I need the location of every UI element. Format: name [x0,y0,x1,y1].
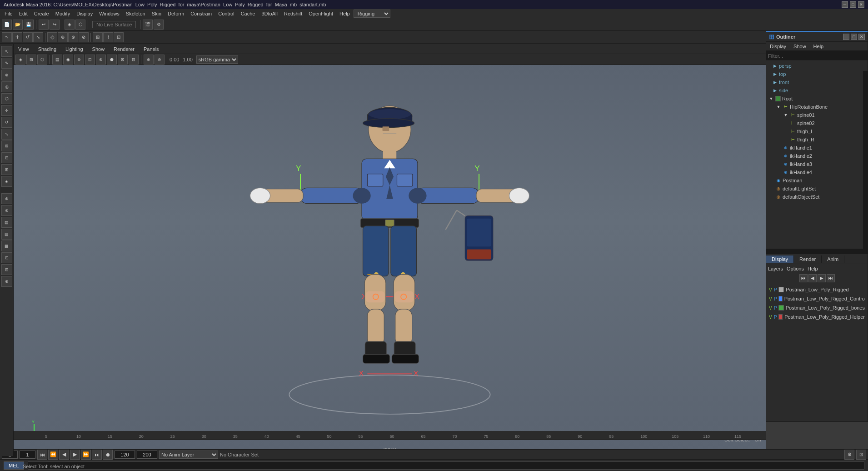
frame-start-input[interactable] [20,451,35,459]
left-tool3[interactable]: ⊕ [1,70,12,80]
vp-btn-4[interactable]: ▤ [52,55,62,65]
outliner-item-spine01[interactable]: ▼ ⊢ spine01 [766,111,868,119]
menu-item-cache[interactable]: Cache [238,10,258,17]
rotate-tool[interactable]: ↺ [23,32,33,42]
viewport[interactable]: View Shading Lighting Show Renderer Pane… [14,44,766,456]
vp-btn-7[interactable]: ⊡ [85,55,95,65]
left-tool11[interactable]: ⊞ [1,164,12,175]
step-back[interactable]: ⏪ [48,450,58,460]
tool5[interactable]: ⊕ [58,32,68,42]
out-menu-show[interactable]: Show [790,43,810,50]
vp-menu-renderer[interactable]: Renderer [109,45,139,53]
layer2-v[interactable]: V [769,296,772,301]
menu-item-skeleton[interactable]: Skeleton [123,10,148,17]
render-btn[interactable]: 🎬 [143,20,153,30]
vp-menu-shading[interactable]: Shading [34,45,61,53]
scale-tool[interactable]: ⤡ [33,32,43,42]
vp-btn-11[interactable]: ⊟ [129,55,139,65]
menu-item-windows[interactable]: Windows [96,10,122,17]
snap-grid[interactable]: ⊞ [93,32,103,42]
left-tool13[interactable]: ⊕ [1,193,12,204]
outliner-item-ikhandle4[interactable]: ⊕ ikHandle4 [766,168,868,176]
anim-layer-select[interactable]: No Anim Layer [159,451,218,459]
vp-btn-2[interactable]: ⊞ [26,55,36,65]
menu-item-modify[interactable]: Modify [53,10,73,17]
left-tool19[interactable]: ⊟ [1,264,12,275]
tool7[interactable]: ⊘ [79,32,89,42]
menu-item-openflight[interactable]: OpenFlight [306,10,336,17]
vp-btn-13[interactable]: ⊘ [155,55,165,65]
step-fwd[interactable]: ⏩ [81,450,91,460]
move-tool[interactable]: ✛ [12,32,22,42]
left-tool8[interactable]: ⤡ [1,129,12,140]
close-btn[interactable]: ✕ [858,1,864,8]
left-tool4[interactable]: ◎ [1,81,12,92]
left-tool12[interactable]: ◈ [1,176,12,187]
soft-mod[interactable]: ◎ [47,32,57,42]
mini-play-prev[interactable]: ⏮ [799,274,808,282]
layer-row-4[interactable]: V P Postman_Low_Poly_Rigged_Helper [768,312,866,321]
toolbar-btn-undo[interactable]: ↩ [39,20,49,30]
vp-btn-10[interactable]: ⊠ [118,55,128,65]
left-tool7[interactable]: ↺ [1,117,12,128]
play-to-start[interactable]: ⏮ [37,450,47,460]
mel-tab[interactable]: MEL [4,461,24,470]
props-menu-options[interactable]: Options [787,266,804,271]
layer-row-1[interactable]: V P Postman_Low_Poly_Rigged [768,285,866,294]
vp-btn-8[interactable]: ⊗ [96,55,106,65]
record-btn[interactable]: ⏺ [103,450,113,460]
timeline-area[interactable]: 5101520253035404550556065707580859095100… [14,431,766,440]
layer4-v[interactable]: V [769,315,772,320]
mini-play-fwd[interactable]: ▶ [818,274,826,282]
menu-item-redshift[interactable]: Redshift [281,10,305,17]
out-menu-help[interactable]: Help [810,43,828,50]
menu-item-constrain[interactable]: Constrain [188,10,215,17]
left-tool14[interactable]: ⊗ [1,205,12,216]
outliner-min-btn[interactable]: ─ [843,34,849,40]
settings-btn1[interactable]: ⚙ [844,450,854,460]
vp-btn-6[interactable]: ⊕ [74,55,84,65]
mini-play-next[interactable]: ⏭ [827,274,835,282]
outliner-item-ikhandle1[interactable]: ⊕ ikHandle1 [766,144,868,152]
menu-item-file[interactable]: File [2,10,15,17]
menu-item-3dtoall[interactable]: 3DtoAll [259,10,280,17]
vp-menu-lighting[interactable]: Lighting [61,45,88,53]
props-tab-render[interactable]: Render [794,256,822,263]
layer1-v[interactable]: V [769,287,772,292]
menu-item-skin[interactable]: Skin [149,10,164,17]
vp-menu-show[interactable]: Show [88,45,110,53]
left-tool18[interactable]: ⊡ [1,252,12,263]
range-end-input[interactable] [137,451,157,459]
menu-item-create[interactable]: Create [31,10,52,17]
out-menu-display[interactable]: Display [766,43,790,50]
toolbar-btn-save[interactable]: 💾 [24,20,34,30]
outliner-item-persp[interactable]: ▶ persp [766,62,868,70]
left-tool15[interactable]: ▤ [1,217,12,228]
play-to-end[interactable]: ⏭ [92,450,102,460]
render-settings[interactable]: ⚙ [154,20,164,30]
left-tool16[interactable]: ▥ [1,229,12,240]
layer-row-3[interactable]: V P Postman_Low_Poly_Rigged_bones [768,303,866,312]
mode-dropdown[interactable]: Rigging Animation Modeling Rendering [354,10,390,18]
layer3-p[interactable]: P [774,306,777,311]
snap-point[interactable]: ⊡ [114,32,124,42]
mini-play-rev[interactable]: ◀ [808,274,817,282]
toolbar-btn-open[interactable]: 📂 [13,20,23,30]
outliner-search-input[interactable] [768,53,866,59]
menu-item-edit[interactable]: Edit [16,10,30,17]
play-back[interactable]: ◀ [59,450,69,460]
props-menu-layers[interactable]: Layers [768,266,783,271]
layer2-p[interactable]: P [774,296,777,301]
outliner-scrollbar[interactable] [863,71,868,253]
outliner-item-lightset[interactable]: ◎ defaultLightSet [766,185,868,193]
outliner-item-thighl[interactable]: ⊢ thigh_L [766,127,868,135]
vp-btn-3[interactable]: ⬡ [37,55,47,65]
vp-btn-1[interactable]: ◈ [15,55,25,65]
vp-menu-panels[interactable]: Panels [139,45,164,53]
outliner-hscrollbar[interactable] [766,249,868,253]
mel-input[interactable] [28,461,864,470]
frame-end-input[interactable] [115,451,135,459]
vp-btn-9[interactable]: ⬟ [107,55,117,65]
toolbar-lasso[interactable]: ⬡ [75,20,85,30]
outliner-item-ikhandle2[interactable]: ⊕ ikHandle2 [766,152,868,160]
